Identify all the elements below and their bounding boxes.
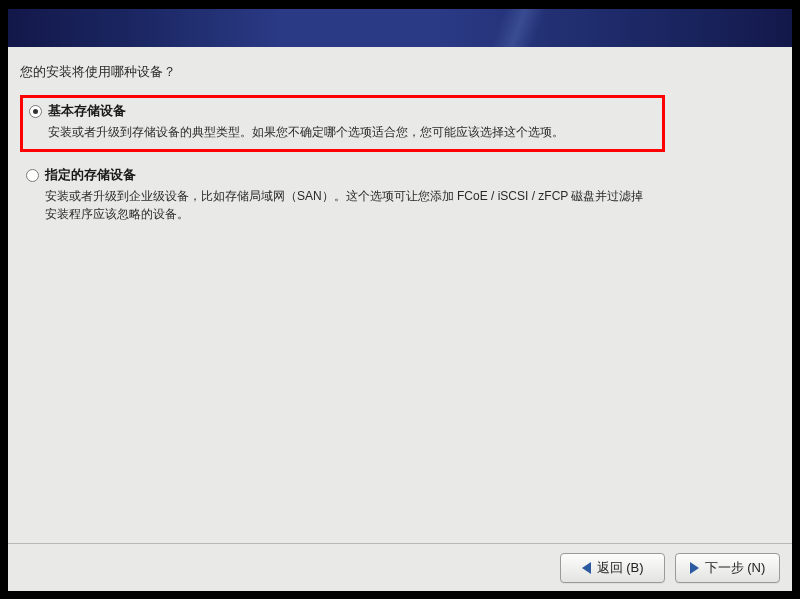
option-specialized-text: 指定的存储设备 安装或者升级到企业级设备，比如存储局域网（SAN）。这个选项可让… — [45, 166, 654, 223]
option-specialized-title: 指定的存储设备 — [45, 166, 654, 184]
option-basic-storage[interactable]: 基本存储设备 安装或者升级到存储设备的典型类型。如果您不确定哪个选项适合您，您可… — [29, 102, 656, 141]
header-banner — [8, 9, 792, 47]
option-basic-desc: 安装或者升级到存储设备的典型类型。如果您不确定哪个选项适合您，您可能应该选择这个… — [48, 123, 656, 141]
footer-bar: 返回 (B) 下一步 (N) — [8, 543, 792, 591]
highlight-box: 基本存储设备 安装或者升级到存储设备的典型类型。如果您不确定哪个选项适合您，您可… — [20, 95, 665, 152]
back-button-label: 返回 (B) — [597, 559, 644, 577]
content-area: 您的安装将使用哪种设备？ 基本存储设备 安装或者升级到存储设备的典型类型。如果您… — [8, 47, 792, 543]
arrow-right-icon — [690, 562, 699, 574]
option-basic-title: 基本存储设备 — [48, 102, 656, 120]
radio-specialized-storage[interactable] — [26, 169, 39, 182]
prompt-text: 您的安装将使用哪种设备？ — [20, 63, 780, 81]
next-button-label: 下一步 (N) — [705, 559, 766, 577]
radio-basic-storage[interactable] — [29, 105, 42, 118]
installer-window: 您的安装将使用哪种设备？ 基本存储设备 安装或者升级到存储设备的典型类型。如果您… — [8, 9, 792, 591]
option-specialized-storage[interactable]: 指定的存储设备 安装或者升级到企业级设备，比如存储局域网（SAN）。这个选项可让… — [20, 162, 660, 227]
arrow-left-icon — [582, 562, 591, 574]
next-button[interactable]: 下一步 (N) — [675, 553, 780, 583]
option-specialized-desc: 安装或者升级到企业级设备，比如存储局域网（SAN）。这个选项可让您添加 FCoE… — [45, 187, 654, 223]
option-basic-text: 基本存储设备 安装或者升级到存储设备的典型类型。如果您不确定哪个选项适合您，您可… — [48, 102, 656, 141]
back-button[interactable]: 返回 (B) — [560, 553, 665, 583]
